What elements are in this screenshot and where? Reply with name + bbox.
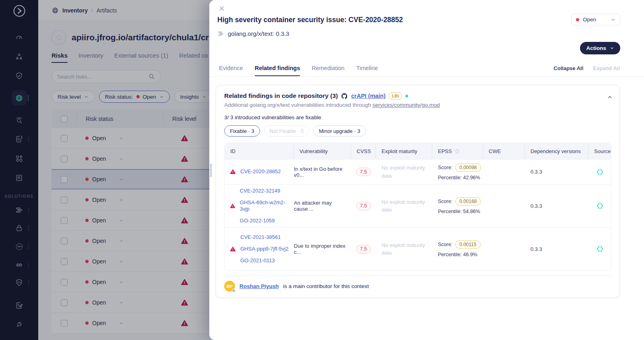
epss-score-pill: 0.00098 <box>455 164 481 172</box>
card-title: Related findings in code repository (3) <box>224 92 338 100</box>
app-root: SOLUTIONS API ∞ <box>0 0 644 340</box>
open-status-dot <box>576 18 579 21</box>
go-mod-link[interactable]: services/community/go.mod <box>372 102 440 108</box>
finding-id-link[interactable]: CVE-2020-28852 <box>240 168 281 175</box>
epss-cell: Score:0.00168Percentile: 54.86% <box>432 197 483 214</box>
avatar: RP <box>224 281 235 292</box>
tab-related-findings[interactable]: Related findings <box>255 65 300 76</box>
high-risk-triangle-icon <box>230 246 236 252</box>
finding-row[interactable]: CVE-2022-32149GHSA-69ch-w2m2-3vjpGO-2022… <box>225 184 611 227</box>
tab-remediation[interactable]: Remediation <box>312 65 344 75</box>
column-header-cwe: CWE <box>483 143 525 159</box>
exploit-maturity-text: No exploit maturity data <box>376 198 432 214</box>
epss-score-pill: 0.00168 <box>455 197 481 205</box>
exploit-maturity-text: No exploit maturity data <box>376 164 432 180</box>
related-findings-card: Related findings in code repository (3) … <box>216 85 620 298</box>
panel-body: Related findings in code repository (3) … <box>209 77 644 340</box>
chip-minor-upgrade[interactable]: Minor upgrade · 3 <box>313 125 366 137</box>
column-header-id: ID <box>225 143 294 159</box>
info-icon[interactable] <box>454 149 460 154</box>
vulnerability-text: An attacker may cause ... <box>294 200 351 212</box>
column-header-dependency-versions: Dependency versions <box>525 143 588 159</box>
high-risk-triangle-icon <box>230 169 236 175</box>
dependency-version: 0.3.3 <box>525 246 588 252</box>
panel-tabs: Evidence Related findings Remediation Ti… <box>209 65 644 77</box>
finding-id-link[interactable]: GHSA-69ch-w2m2-3vjp <box>240 199 291 213</box>
findings-table-header: ID Vulnerability CVSS Exploit maturity E… <box>225 143 611 159</box>
lbi-badge: LBI <box>389 92 402 100</box>
github-icon <box>341 93 348 100</box>
fixable-summary: 3/ 3 introduced vulnerabilities are fixa… <box>224 114 611 120</box>
dependency-version: 0.3.3 <box>525 203 588 209</box>
tab-evidence[interactable]: Evidence <box>219 65 243 75</box>
exploit-maturity-text: No exploit maturity data <box>376 241 432 257</box>
chevron-up-icon <box>607 94 613 100</box>
epss-cell: Score:0.00115Percentile: 46.9% <box>432 240 483 257</box>
collapse-all-button[interactable]: Collapse All <box>553 65 583 71</box>
collapse-card-button[interactable] <box>607 94 613 101</box>
cvss-score-pill: 7.5 <box>356 202 371 210</box>
component-line: golang.org/x/text: 0.3.3 <box>217 30 644 37</box>
finding-id-link[interactable]: CVE-2021-38561 <box>240 234 289 240</box>
high-risk-triangle-icon <box>230 203 235 209</box>
column-header-epss: EPSS <box>432 143 483 159</box>
epss-cell: Score:0.00098Percentile: 42.96% <box>432 164 483 180</box>
contributor-footer: RP Roshan Piyush is a main contributor f… <box>224 276 611 292</box>
finding-row[interactable]: CVE-2021-38561GHSA-ppp9-7jff-5vj2GO-2021… <box>225 227 611 270</box>
cvss-score-pill: 7.5 <box>356 245 371 253</box>
findings-table: ID Vulnerability CVSS Exploit maturity E… <box>224 143 611 271</box>
chevron-down-icon <box>610 46 614 50</box>
contributor-link[interactable]: Roshan Piyush <box>239 283 279 289</box>
component-name: golang.org/x/text: 0.3.3 <box>228 30 289 37</box>
chip-fixable[interactable]: Fixable · 3 <box>224 125 260 137</box>
finding-row[interactable]: CVE-2020-28852In x/text in Go before v0.… <box>225 159 611 184</box>
repo-link[interactable]: crAPI (main) <box>351 93 385 99</box>
finding-id-link[interactable]: CVE-2022-32149 <box>240 188 291 194</box>
vulnerability-text: In x/text in Go before v0... <box>294 166 351 178</box>
vulnerability-text: Due to improper index c... <box>294 243 351 255</box>
column-header-cvss: CVSS <box>351 143 376 159</box>
epss-score-pill: 0.00115 <box>455 240 481 249</box>
monitored-dot <box>405 95 408 97</box>
xray-diamond-icon <box>596 168 604 176</box>
tab-timeline[interactable]: Timeline <box>356 65 378 75</box>
column-header-vulnerability: Vulnerability <box>294 143 351 159</box>
chevron-down-icon <box>611 17 615 22</box>
actions-button[interactable]: Actions <box>580 42 620 54</box>
detail-panel: High severity container security issue: … <box>209 0 644 340</box>
contributor-text: is a main contributor for this context <box>283 283 369 289</box>
finding-id-link[interactable]: GHSA-ppp9-7jff-5vj2 <box>240 246 289 252</box>
card-subtitle: Additional golang.org/x/text vulnerabili… <box>224 102 611 108</box>
chip-not-fixable[interactable]: Not Fixable · 0 <box>264 125 310 137</box>
column-header-exploit-maturity: Exploit maturity <box>376 143 432 159</box>
xray-diamond-icon <box>596 201 604 210</box>
xray-diamond-icon <box>596 245 604 253</box>
cvss-score-pill: 7.5 <box>356 168 371 176</box>
dependency-version: 0.3.3 <box>525 169 588 175</box>
finding-id-link[interactable]: GO-2022-1059 <box>240 218 291 224</box>
dependency-icon <box>217 30 224 37</box>
close-icon[interactable] <box>219 5 225 13</box>
fixability-chips: Fixable · 3 Not Fixable · 0 Minor upgrad… <box>224 125 611 137</box>
finding-id-link[interactable]: GO-2021-0113 <box>240 257 289 264</box>
status-dropdown[interactable]: Open <box>571 14 620 25</box>
column-header-source: Source <box>588 143 611 159</box>
expand-all-button[interactable]: Expand All <box>593 65 620 71</box>
